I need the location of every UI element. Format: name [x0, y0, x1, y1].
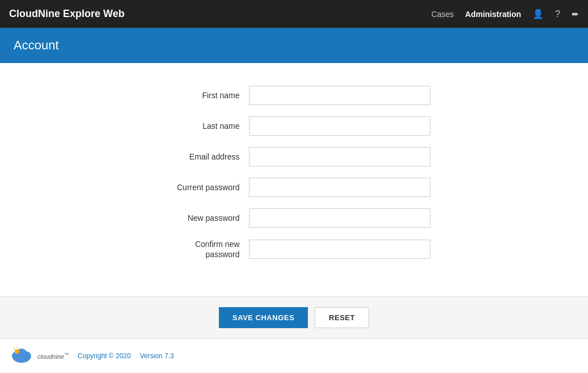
help-icon[interactable]: ?: [555, 9, 560, 19]
nav-cases[interactable]: Cases: [432, 10, 454, 19]
footer-copyright: Copyright © 2020: [78, 352, 131, 360]
last-name-label: Last name: [158, 121, 249, 131]
save-changes-button[interactable]: SAVE CHANGES: [219, 307, 308, 328]
new-password-row: New password: [158, 208, 430, 228]
logout-icon[interactable]: ➨: [572, 9, 579, 19]
action-bar: SAVE CHANGES RESET: [0, 296, 588, 338]
current-password-label: Current password: [158, 183, 249, 192]
page-footer: cloudnine™ Copyright © 2020 Version 7.3: [0, 338, 588, 373]
footer-version: Version 7.3: [140, 352, 174, 360]
current-password-input[interactable]: [249, 178, 430, 197]
email-label: Email address: [158, 152, 249, 161]
first-name-input[interactable]: [249, 86, 430, 105]
svg-line-7: [14, 349, 15, 349]
svg-point-4: [15, 349, 19, 354]
email-input[interactable]: [249, 147, 430, 166]
confirm-password-row: Confirm newpassword: [158, 239, 430, 259]
account-form: First name Last name Email address Curre…: [147, 86, 442, 259]
app-logo: CloudNine Explore Web: [9, 8, 432, 20]
first-name-row: First name: [158, 86, 430, 105]
svg-line-6: [19, 349, 20, 349]
new-password-label: New password: [158, 213, 249, 223]
last-name-row: Last name: [158, 116, 430, 136]
footer-logo: cloudnine™: [9, 346, 69, 366]
page-title: Account: [14, 38, 59, 52]
email-row: Email address: [158, 147, 430, 166]
new-password-input[interactable]: [249, 208, 430, 228]
main-header: CloudNine Explore Web Cases Administrati…: [0, 0, 588, 28]
main-nav: Cases Administration 👤 ? ➨: [432, 9, 579, 19]
main-content: First name Last name Email address Curre…: [0, 63, 588, 296]
page-title-bar: Account: [0, 28, 588, 63]
current-password-row: Current password: [158, 178, 430, 197]
confirm-password-label: Confirm newpassword: [158, 239, 249, 259]
user-icon[interactable]: 👤: [532, 9, 544, 19]
first-name-label: First name: [158, 91, 249, 100]
confirm-password-input[interactable]: [249, 240, 430, 259]
cloudnine-logo-icon: [9, 346, 34, 366]
last-name-input[interactable]: [249, 116, 430, 136]
nav-administration[interactable]: Administration: [465, 10, 521, 19]
reset-button[interactable]: RESET: [315, 307, 369, 328]
